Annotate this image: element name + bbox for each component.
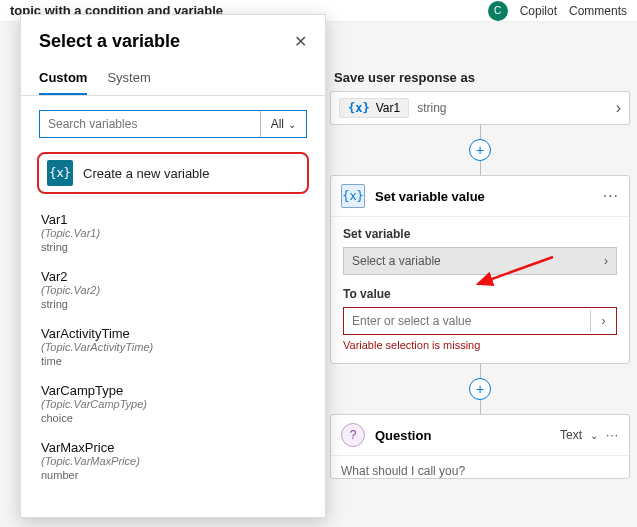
variable-name: Var2 [41, 269, 305, 284]
filter-all-button[interactable]: All ⌄ [260, 111, 306, 137]
variable-path: (Topic.VarMaxPrice) [41, 455, 305, 467]
tab-system[interactable]: System [107, 62, 150, 95]
variable-item[interactable]: Var2(Topic.Var2)string [29, 261, 317, 318]
save-response-selector[interactable]: {x} Var1 string › [330, 91, 630, 125]
chevron-down-icon: ⌄ [288, 119, 296, 130]
create-variable-button[interactable]: {x} Create a new variable [37, 152, 309, 194]
variable-name: Var1 [41, 212, 305, 227]
set-variable-label: Set variable [343, 227, 617, 241]
select-variable-popover: Select a variable ✕ Custom System All ⌄ … [20, 14, 326, 518]
variable-type: string [41, 298, 305, 310]
more-icon[interactable]: ··· [603, 187, 619, 205]
filter-label: All [271, 117, 284, 131]
variable-name: VarMaxPrice [41, 440, 305, 455]
popover-title: Select a variable [39, 31, 180, 52]
variable-path: (Topic.Var1) [41, 227, 305, 239]
question-icon: ? [341, 423, 365, 447]
variable-path: (Topic.VarCampType) [41, 398, 305, 410]
variable-list: Var1(Topic.Var1)stringVar2(Topic.Var2)st… [21, 204, 325, 517]
variable-type: string [417, 101, 446, 115]
save-response-section: Save user response as {x} Var1 string › [330, 70, 630, 125]
variable-icon: {x} [348, 101, 370, 115]
question-prompt: What should I call you? [331, 456, 629, 478]
variable-name: VarCampType [41, 383, 305, 398]
error-text: Variable selection is missing [343, 339, 617, 351]
variable-name: Var1 [376, 101, 400, 115]
variable-path: (Topic.VarActivityTime) [41, 341, 305, 353]
select-variable-placeholder: Select a variable [352, 254, 441, 268]
node-title: Set variable value [375, 189, 485, 204]
variable-item[interactable]: VarMaxPrice(Topic.VarMaxPrice)number [29, 432, 317, 489]
variable-path: (Topic.Var2) [41, 284, 305, 296]
add-node-button[interactable]: + [469, 139, 491, 161]
variable-name: VarActivityTime [41, 326, 305, 341]
variable-type: choice [41, 412, 305, 424]
question-node: ? Question Text ⌄ ··· What should I call… [330, 414, 630, 479]
save-response-label: Save user response as [334, 70, 630, 85]
variable-type: string [41, 241, 305, 253]
variable-type: time [41, 355, 305, 367]
search-input[interactable] [40, 111, 260, 137]
node-title: Question [375, 428, 431, 443]
chevron-right-icon: › [604, 254, 608, 268]
comments-link[interactable]: Comments [569, 4, 627, 18]
tab-custom[interactable]: Custom [39, 62, 87, 95]
set-variable-node: {x} Set variable value ··· Set variable … [330, 175, 630, 364]
to-value-label: To value [343, 287, 617, 301]
to-value-input[interactable] [344, 308, 590, 334]
to-value-picker-button[interactable]: › [590, 310, 616, 332]
variable-item[interactable]: Var1(Topic.Var1)string [29, 204, 317, 261]
create-variable-label: Create a new variable [83, 166, 209, 181]
copilot-link[interactable]: Copilot [520, 4, 557, 18]
variable-icon: {x} [47, 160, 73, 186]
select-variable-button[interactable]: Select a variable › [343, 247, 617, 275]
add-node-button[interactable]: + [469, 378, 491, 400]
variable-type: number [41, 469, 305, 481]
variable-icon: {x} [341, 184, 365, 208]
close-icon[interactable]: ✕ [294, 32, 307, 51]
chevron-right-icon: › [616, 99, 621, 117]
more-icon[interactable]: ··· [606, 428, 619, 442]
chevron-down-icon[interactable]: ⌄ [590, 430, 598, 441]
avatar[interactable]: C [488, 1, 508, 21]
variable-item[interactable]: VarCampType(Topic.VarCampType)choice [29, 375, 317, 432]
question-type-label[interactable]: Text [560, 428, 582, 442]
variable-item[interactable]: VarActivityTime(Topic.VarActivityTime)ti… [29, 318, 317, 375]
